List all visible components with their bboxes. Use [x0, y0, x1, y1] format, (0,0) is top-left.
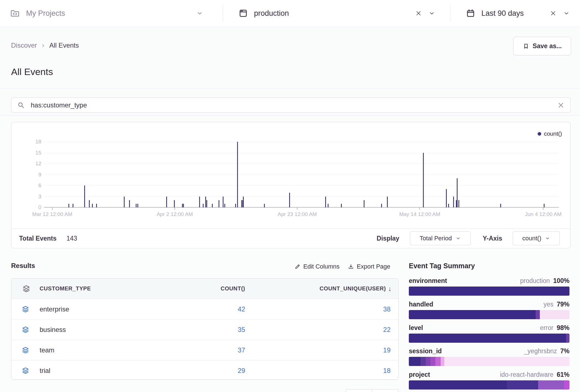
- tag-bar-segment[interactable]: [409, 380, 507, 390]
- tag-bar-segment[interactable]: [536, 310, 540, 319]
- stack-icon[interactable]: [22, 367, 29, 374]
- legend-dot-icon: [538, 132, 541, 136]
- tag-bar-segment[interactable]: [540, 310, 569, 319]
- table-row: enterprise4238: [11, 299, 398, 319]
- chart-bar: [423, 153, 424, 208]
- stack-icon[interactable]: [22, 306, 29, 313]
- tag-percent: 79%: [557, 301, 569, 308]
- chart-y-tick-label: 6: [22, 182, 41, 189]
- tag-bar-segment[interactable]: [409, 334, 566, 343]
- customer-type-cell: trial: [40, 367, 50, 375]
- save-as-button[interactable]: Save as...: [513, 37, 571, 55]
- count-unique-cell-link[interactable]: 19: [383, 346, 391, 354]
- bookmark-icon: [523, 43, 529, 50]
- tag-bar-project[interactable]: [409, 380, 569, 390]
- search-clear-icon[interactable]: [558, 102, 564, 109]
- pagination-previous-button[interactable]: [346, 389, 372, 392]
- chart-bar: [453, 197, 454, 208]
- stack-icon[interactable]: [22, 347, 29, 354]
- total-events-label: Total Events: [19, 235, 57, 242]
- column-header-count[interactable]: COUNT(): [220, 285, 245, 292]
- tag-bar-segment[interactable]: [566, 334, 569, 343]
- tag-bar-segment[interactable]: [564, 380, 569, 390]
- count-cell-link[interactable]: 29: [238, 367, 245, 375]
- tag-bar-segment[interactable]: [409, 310, 536, 319]
- environment-selector[interactable]: production: [223, 0, 450, 27]
- edit-columns-button[interactable]: Edit Columns: [294, 263, 340, 270]
- project-selector-label: My Projects: [26, 9, 65, 18]
- chart-footer: Total Events 143 Display Total Period Y-…: [11, 229, 570, 248]
- customer-type-cell: team: [40, 346, 54, 354]
- results-table-header: CUSTOMER_TYPE COUNT() COUNT_UNIQUE(USER)…: [11, 278, 398, 299]
- count-unique-cell-link[interactable]: 38: [383, 305, 391, 313]
- export-page-button[interactable]: Export Page: [348, 263, 390, 270]
- chart-bar: [68, 204, 69, 207]
- chart-bar: [448, 204, 449, 207]
- project-chevron-down-icon[interactable]: [196, 10, 203, 17]
- chart-bar: [237, 142, 238, 207]
- chart-plot: [44, 142, 559, 207]
- environment-chevron-down-icon[interactable]: [429, 10, 435, 16]
- column-header-count-unique[interactable]: COUNT_UNIQUE(USER) ↓: [320, 285, 392, 293]
- chart-bar: [182, 204, 183, 207]
- search-bar[interactable]: [11, 97, 571, 113]
- stack-icon[interactable]: [22, 326, 29, 333]
- date-range-chevron-down-icon[interactable]: [563, 10, 569, 16]
- tag-percent: 98%: [557, 324, 569, 331]
- count-cell-link[interactable]: 37: [238, 346, 245, 354]
- table-row: team3719: [11, 340, 398, 360]
- chart-bar: [199, 197, 200, 208]
- pagination-next-button[interactable]: [372, 389, 399, 392]
- chart-bar: [137, 204, 138, 207]
- tag-top-value: _yeghrsbnz: [524, 347, 557, 355]
- tag-bar-session_id[interactable]: [409, 357, 569, 366]
- environment-label: production: [254, 9, 289, 18]
- column-header-customer-type[interactable]: CUSTOMER_TYPE: [40, 285, 91, 292]
- environment-clear-icon[interactable]: [415, 10, 422, 16]
- tag-top-value: error: [540, 324, 553, 331]
- tag-bar-environment[interactable]: [409, 287, 569, 296]
- tag-bar-segment[interactable]: [409, 287, 569, 296]
- count-unique-cell-link[interactable]: 22: [383, 326, 391, 334]
- tag-bar-segment[interactable]: [409, 357, 420, 366]
- y-axis-dropdown-value: count(): [522, 235, 541, 242]
- count-cell-link[interactable]: 42: [238, 305, 245, 313]
- tag-bar-segment[interactable]: [538, 380, 564, 390]
- pencil-icon: [294, 264, 301, 270]
- chevron-down-icon: [545, 236, 550, 241]
- tag-bar-segment[interactable]: [441, 357, 444, 366]
- chart-bar: [544, 204, 545, 207]
- tag-percent: 100%: [553, 277, 569, 284]
- stack-icon[interactable]: [22, 285, 30, 293]
- chart-gridline: [44, 164, 559, 164]
- tag-bar-handled[interactable]: [409, 310, 569, 319]
- search-input[interactable]: [30, 101, 558, 109]
- tag-bar-segment[interactable]: [426, 357, 430, 366]
- tag-bar-level[interactable]: [409, 334, 569, 343]
- tag-bar-segment[interactable]: [420, 357, 426, 366]
- tag-bar-segment[interactable]: [507, 380, 538, 390]
- tag-name: level: [409, 324, 423, 332]
- export-page-label: Export Page: [357, 263, 390, 270]
- chart-bar: [205, 197, 206, 208]
- project-selector[interactable]: My Projects: [0, 0, 223, 27]
- page-header-section: [0, 27, 580, 89]
- tag-bar-segment[interactable]: [444, 357, 569, 366]
- tag-entry-project: projectido-react-hardware61%: [409, 371, 569, 378]
- chart-bar: [235, 204, 236, 207]
- display-dropdown[interactable]: Total Period: [410, 231, 471, 245]
- tag-name: environment: [409, 277, 447, 285]
- chart-y-tick-label: 0: [22, 204, 41, 210]
- count-unique-cell-link[interactable]: 18: [383, 367, 391, 375]
- tag-bar-segment[interactable]: [435, 357, 441, 366]
- tag-top-value: ido-react-hardware: [500, 371, 553, 378]
- date-range-selector[interactable]: Last 90 days: [450, 0, 580, 27]
- count-cell-link[interactable]: 35: [238, 326, 245, 334]
- tag-entry-environment: environmentproduction100%: [409, 277, 569, 285]
- chart-bar: [89, 200, 90, 207]
- breadcrumb-discover-link[interactable]: Discover: [11, 42, 37, 49]
- tag-bar-segment[interactable]: [430, 357, 435, 366]
- date-range-clear-icon[interactable]: [550, 10, 556, 16]
- total-events-value: 143: [66, 235, 77, 242]
- y-axis-dropdown[interactable]: count(): [513, 231, 560, 245]
